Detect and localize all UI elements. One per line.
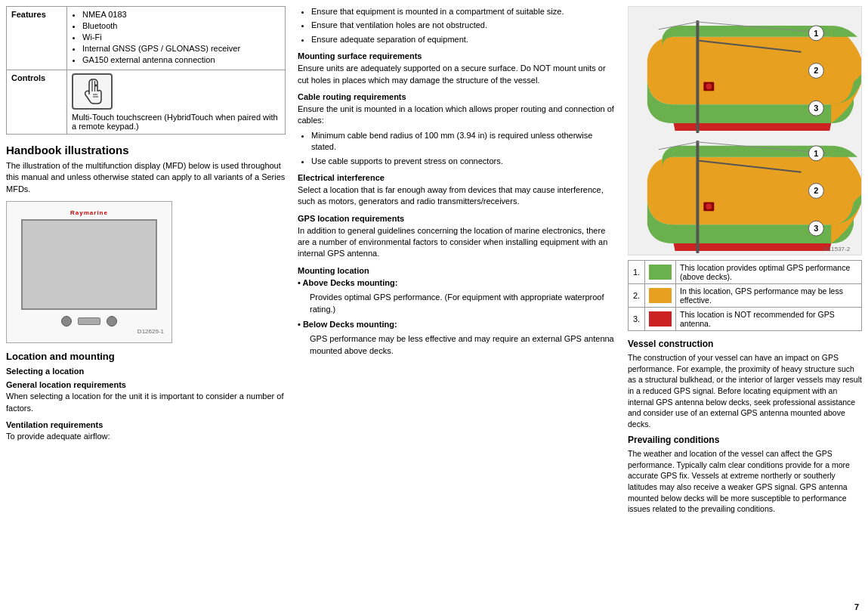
prevailing-heading: Prevailing conditions [628, 435, 862, 445]
ventilation-heading: Ventilation requirements [6, 420, 286, 429]
svg-text:1: 1 [814, 149, 818, 158]
ventilation-list: Ensure that equipment is mounted in a co… [298, 6, 616, 45]
location-heading: Location and mounting [6, 351, 286, 362]
cable-routing-text: Ensure the unit is mounted in a location… [298, 104, 616, 127]
legend-color-red [645, 308, 676, 331]
controls-text: Multi-Touch touchscreen (HybridTouch whe… [72, 113, 280, 131]
touch-icon [72, 73, 113, 110]
controls-label: Controls [7, 70, 67, 135]
mfd-screen [21, 219, 157, 310]
svg-point-0 [95, 85, 97, 87]
handbook-section: Handbook illustrations The illustration … [6, 144, 286, 343]
above-decks-label: • Above Decks mounting: [298, 278, 397, 287]
vessel-heading: Vessel construction [628, 339, 862, 349]
right-column: 1 2 3 [628, 6, 862, 610]
cable-routing-heading: Cable routing requirements [298, 92, 616, 101]
ventilation-item: Ensure adequate separation of equipment. [311, 34, 616, 45]
mfd-controls [14, 316, 164, 327]
middle-column: Ensure that equipment is mounted in a co… [292, 6, 622, 610]
legend-num-2: 2. [629, 284, 645, 308]
electrical-text: Select a location that is far enough awa… [298, 184, 616, 208]
svg-point-26 [706, 203, 712, 209]
feature-item: Bluetooth [82, 21, 280, 30]
svg-text:2: 2 [814, 186, 818, 195]
boat-diagram: 1 2 3 [628, 6, 862, 255]
above-decks-text: Provides optimal GPS performance. (For e… [310, 292, 616, 315]
general-text: When selecting a location for the unit i… [6, 391, 286, 414]
feature-item: NMEA 0183 [82, 10, 280, 19]
legend-color-orange [645, 284, 676, 308]
svg-text:1: 1 [814, 29, 818, 38]
gps-location-text: In addition to general guidelines concer… [298, 225, 616, 260]
mfd-illustration: Raymarine D12629-1 [6, 201, 172, 343]
feature-item: Internal GNSS (GPS / GLONASS) receiver [82, 44, 280, 53]
above-decks-item: • Above Decks mounting: Provides optimal… [298, 277, 616, 315]
svg-text:3: 3 [814, 104, 818, 113]
svg-rect-15 [696, 141, 699, 253]
legend-text-1: This location provides optimal GPS perfo… [676, 261, 862, 284]
svg-point-14 [706, 83, 712, 89]
svg-text:2: 2 [814, 66, 818, 75]
feature-item: GA150 external antenna connection [82, 55, 280, 64]
legend-text-3: This location is NOT recommended for GPS… [676, 308, 862, 331]
mounting-location-heading: Mounting location [298, 266, 616, 275]
electrical-heading: Electrical interference [298, 173, 616, 182]
mfd-button-rect [78, 317, 100, 325]
selecting-heading: Selecting a location [6, 367, 286, 376]
svg-rect-3 [696, 20, 699, 133]
legend-num-3: 3. [629, 308, 645, 331]
features-list: NMEA 0183 Bluetooth Wi-Fi Internal GNSS … [72, 10, 280, 64]
below-decks-text: GPS performance may be less effective an… [310, 333, 616, 357]
ventilation-item: Ensure that equipment is mounted in a co… [311, 6, 616, 17]
mfd-brand: Raymarine [14, 209, 164, 216]
page-number: 7 [854, 602, 859, 611]
cable-list: Minimum cable bend radius of 100 mm (3.9… [298, 130, 616, 167]
gps-location-heading: GPS location requirements [298, 214, 616, 223]
below-decks-label: • Below Decks mounting: [298, 320, 397, 329]
controls-cell: Multi-Touch touchscreen (HybridTouch whe… [67, 70, 286, 135]
cable-item: Minimum cable bend radius of 100 mm (3.9… [311, 130, 616, 153]
mfd-caption: D12629-1 [14, 328, 164, 335]
features-list-cell: NMEA 0183 Bluetooth Wi-Fi Internal GNSS … [67, 7, 286, 70]
ventilation-text: To provide adequate airflow: [6, 431, 286, 442]
mfd-button [61, 316, 72, 327]
vessel-text: The construction of your vessel can have… [628, 352, 862, 430]
mfd-button-2 [107, 316, 117, 327]
svg-text:3: 3 [814, 224, 818, 233]
legend-table: 1. This location provides optimal GPS pe… [628, 260, 862, 331]
mounting-surface-heading: Mounting surface requirements [298, 51, 616, 60]
prevailing-text: The weather and location of the vessel c… [628, 448, 862, 515]
location-section: Location and mounting Selecting a locati… [6, 351, 286, 442]
hand-touch-icon [81, 78, 103, 105]
cable-item: Use cable supports to prevent stress on … [311, 156, 616, 167]
handbook-heading: Handbook illustrations [6, 144, 286, 156]
features-label: Features [7, 7, 67, 70]
legend-num-1: 1. [629, 261, 645, 284]
below-decks-item: • Below Decks mounting: GPS performance … [298, 319, 616, 357]
feature-item: Wi-Fi [82, 33, 280, 42]
mounting-surface-text: Ensure units are adequately supported on… [298, 63, 616, 86]
handbook-text: The illustration of the multifunction di… [6, 160, 286, 195]
general-heading: General location requirements [6, 380, 286, 389]
legend-text-2: In this location, GPS performance may be… [676, 284, 862, 308]
svg-text:D11537-2: D11537-2 [823, 246, 850, 252]
ventilation-item: Ensure that ventilation holes are not ob… [311, 20, 616, 31]
boat-svg: 1 2 3 [629, 7, 861, 255]
left-column: Features NMEA 0183 Bluetooth Wi-Fi Inter… [6, 6, 286, 610]
features-table: Features NMEA 0183 Bluetooth Wi-Fi Inter… [6, 6, 286, 135]
legend-color-green [645, 261, 676, 284]
